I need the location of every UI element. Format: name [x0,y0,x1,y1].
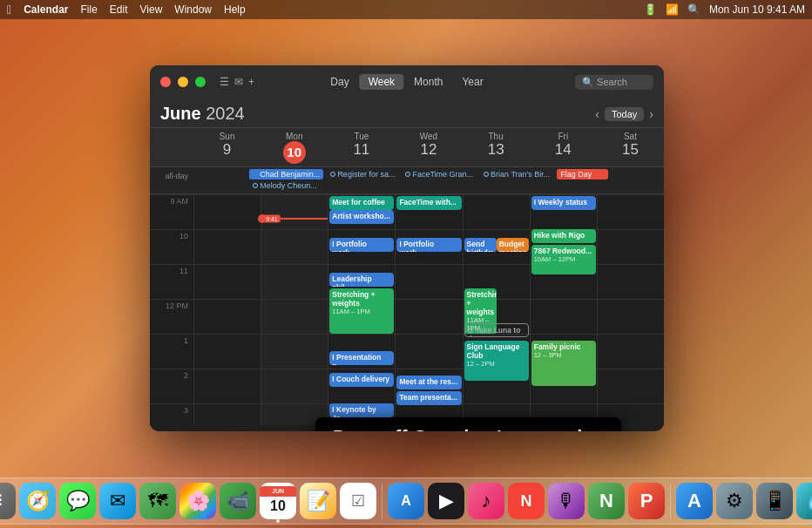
day-num-10: 10 [283,141,306,164]
event-family-picnic[interactable]: Family picnic 12 – 3PM [531,341,596,386]
event-meet-coffee[interactable]: Meet for coffee [329,196,394,210]
month-view-btn[interactable]: Month [405,74,451,90]
minimize-button[interactable] [178,77,188,87]
app-name[interactable]: Calendar [24,3,68,16]
dock-numbers[interactable]: N [588,483,625,519]
dock-reminders[interactable]: ☑ [340,483,376,519]
nav-arrows: ‹ Today › [595,107,653,121]
dock-appstore[interactable]: A [388,483,424,519]
allday-event[interactable]: Melody Cheun... [249,180,323,191]
dock-iphone[interactable]: 📱 [756,483,793,519]
dock-news[interactable]: N [508,483,545,519]
day-col-sat [597,194,664,425]
pages-icon: P [640,490,653,512]
time-header-spacer [150,128,193,166]
search-menubar-icon[interactable]: 🔍 [687,3,700,16]
today-button[interactable]: Today [605,107,644,121]
event-presentation[interactable]: I Presentation p... [329,351,394,365]
dock-pages[interactable]: P [628,483,665,519]
sidebar-toggle-icon[interactable]: ☰ [220,76,229,88]
allday-event[interactable]: Flag Day [557,169,607,179]
event-portfolio-tue[interactable]: I Portfolio work... [329,238,394,252]
event-artist-workshop[interactable]: Artist worksho... [329,210,394,224]
dock-launchpad[interactable]: ⠿ [0,483,16,519]
dock-facetime[interactable]: 📹 [220,483,256,519]
dock-maps[interactable]: 🗺 [139,483,176,519]
year-view-btn[interactable]: Year [453,74,491,90]
allday-sat [610,167,664,193]
safari-icon: 🧭 [26,490,50,512]
calendar-header: June 2024 ‹ Today › [150,98,664,128]
event-keynote[interactable]: I Keynote by Ja... [329,403,394,417]
day-num-12: 12 [395,141,462,159]
prev-arrow[interactable]: ‹ [595,107,599,121]
allday-event[interactable]: Register for sa... [327,169,398,179]
day-label-mon: Mon [286,132,302,141]
news-icon: N [521,492,532,511]
event-redwood[interactable]: 7867 Redwood... 10AM – 12PM [531,245,596,274]
day-col-tue: Meet for coffee Artist worksho... I Port… [328,194,395,425]
week-view-btn[interactable]: Week [360,74,403,90]
event-budget[interactable]: Budget meeting [497,238,529,252]
menubar-left:  Calendar File Edit View Window Help [7,3,246,17]
event-weekly-status[interactable]: I Weekly status [531,196,596,210]
day-label-fri: Fri [558,132,568,141]
day-label-wed: Wed [420,132,437,141]
close-button[interactable] [160,77,171,87]
dock-notes[interactable]: 📝 [300,483,336,519]
event-luna[interactable]: O Take Luna to th... [464,323,529,337]
search-box[interactable]: 🔍 Search [575,75,653,90]
facetime-icon: 📹 [227,490,250,512]
dock-podcasts[interactable]: 🎙 [548,483,585,519]
time-9am: 9 AM [150,194,193,229]
dock-mail[interactable]: ✉ [99,483,136,519]
add-event-icon[interactable]: + [248,76,254,88]
event-hike[interactable]: Hike with Rigo [531,229,596,243]
event-birthday[interactable]: Send birthday... [464,238,497,252]
titlebar-right: 🔍 Search [575,75,653,90]
numbers-icon: N [599,490,613,512]
next-arrow[interactable]: › [649,107,653,121]
dock-dot [276,519,280,523]
event-sign-language[interactable]: Sign Language Club 12 – 2PM [464,341,529,381]
event-portfolio-wed[interactable]: I Portfolio work... [396,238,461,252]
menu-help[interactable]: Help [224,3,246,16]
dock-screensaver[interactable]: 💧 [796,483,812,519]
current-time-indicator: 9:41 [261,218,328,220]
event-stretching-tue[interactable]: Stretching + weights 11AM – 1PM [329,288,394,334]
menu-file[interactable]: File [80,3,97,16]
day-label-sat: Sat [624,132,637,141]
allday-event[interactable]: FaceTime Gran... [402,169,477,179]
menu-window[interactable]: Window [174,3,212,16]
event-couch[interactable]: I Couch delivery [329,373,394,387]
day-header-tue: Tue 11 [328,128,395,166]
dock-photos[interactable]: 🌸 [179,483,216,519]
day-view-btn[interactable]: Day [321,74,357,90]
desktop:  Calendar File Edit View Window Help 🔋 … [0,0,812,528]
maximize-button[interactable] [195,77,206,87]
menu-edit[interactable]: Edit [110,3,128,16]
dock-music[interactable]: ♪ [468,483,504,519]
allday-event[interactable]: Chad Benjamin... [249,169,323,179]
dock-messages[interactable]: 💬 [59,483,96,519]
day-num-14: 14 [530,141,597,159]
event-facetime[interactable]: FaceTime with... [396,196,461,210]
dock-calendar[interactable]: JUN 10 [260,483,296,519]
apple-menu[interactable]:  [7,3,11,17]
dock-syspref[interactable]: ⚙ [716,483,753,519]
day-header-sat: Sat 15 [597,128,664,166]
event-leadership[interactable]: Leadership skil... [329,273,394,287]
syspref-icon: ⚙ [726,490,743,512]
inbox-icon[interactable]: ✉ [234,76,243,88]
dock-sysapps[interactable]: A [676,483,713,519]
menubar:  Calendar File Edit View Window Help 🔋 … [0,0,812,19]
dock-safari[interactable]: 🧭 [19,483,56,519]
dock: 🖥 ⠿ 🧭 💬 ✉ 🗺 🌸 📹 JUN 10 [0,477,812,525]
menu-view[interactable]: View [140,3,163,16]
event-team-presenta[interactable]: Team presenta... [396,391,461,405]
day-col-sun [193,194,261,425]
event-meet-res[interactable]: Meet at the res... [396,376,461,389]
allday-event[interactable]: Brian Tran's Bir... [480,169,553,179]
time-11: 11 [150,264,193,299]
dock-appletv[interactable]: ▶ [428,483,464,519]
